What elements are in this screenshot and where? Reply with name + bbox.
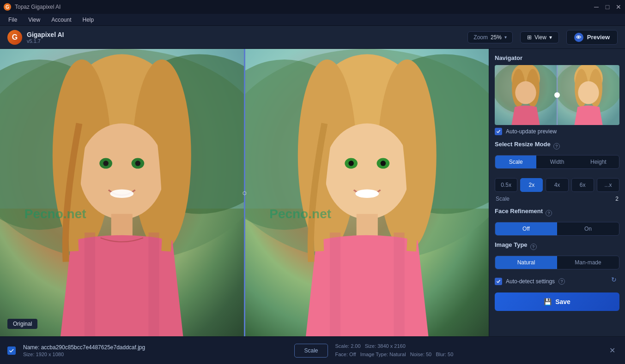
menu-view[interactable]: View (24, 15, 45, 24)
view-label: View (534, 34, 546, 41)
resize-mode-group: Scale Width Height (495, 155, 619, 169)
maximize-button[interactable]: □ (605, 4, 610, 10)
man-made-button[interactable]: Man-made (557, 256, 619, 269)
logo-icon: G (7, 30, 22, 45)
logo-area: G Gigapixel AI v5.1.7 (7, 30, 64, 45)
titlebar: G Topaz Gigapixel AI ─ □ ✕ (0, 0, 625, 14)
image-type-group: Natural Man-made (495, 256, 619, 269)
nav-divider[interactable] (557, 65, 558, 125)
auto-detect-row: Auto-detect settings ? ↻ (495, 275, 619, 285)
navigator-title: Navigator (495, 54, 619, 61)
face-refinement-section: Face Refinement ? Off On (495, 208, 619, 236)
resize-mode-section: Select Resize Mode ? Scale Width Height (495, 141, 619, 169)
svg-point-13 (135, 161, 141, 166)
view-chevron-icon: ▾ (549, 34, 552, 41)
auto-detect-label: Auto-detect settings (506, 278, 555, 285)
zoom-control[interactable]: Zoom 25% ▾ (467, 31, 513, 43)
file-checkbox[interactable] (7, 346, 16, 355)
zoom-label: Zoom (473, 34, 488, 41)
output-scale-size: Scale: 2.00 Size: 3840 x 2160 (335, 342, 599, 351)
face-info-label: Face: Off (335, 352, 356, 357)
auto-detect-checkbox[interactable] (495, 278, 502, 285)
scale-custom-button[interactable]: ...x (597, 178, 619, 192)
save-label: Save (555, 298, 570, 305)
app-name-area: Gigapixel AI v5.1.7 (27, 31, 64, 44)
face-refinement-title: Face Refinement (495, 208, 543, 215)
auto-update-row: Auto-update preview (495, 128, 619, 135)
face-help-icon[interactable]: ? (546, 210, 552, 216)
titlebar-left: G Topaz Gigapixel AI (4, 3, 61, 11)
auto-update-checkbox[interactable] (495, 128, 502, 135)
auto-detect-help-icon[interactable]: ? (558, 278, 565, 285)
save-icon: 💾 (544, 298, 552, 305)
scale-button-status[interactable]: Scale (294, 344, 328, 358)
preview-eye-icon: 👁 (574, 33, 583, 42)
output-params: Face: Off Image Type: Natural Noise: 50 … (335, 351, 599, 359)
close-statusbar-button[interactable]: ✕ (607, 345, 618, 356)
resize-mode-header: Select Resize Mode ? (495, 141, 619, 151)
svg-point-23 (324, 124, 410, 220)
original-panel: Pecno.net Original (0, 49, 244, 336)
titlebar-title: Topaz Gigapixel AI (15, 4, 61, 10)
scale-label: Scale (496, 196, 510, 202)
toolbar: G Gigapixel AI v5.1.7 Zoom 25% ▾ ⊞ View … (0, 26, 625, 49)
svg-point-26 (348, 161, 354, 166)
file-size-text: Size: 1920 x 1080 (23, 352, 287, 357)
face-on-button[interactable]: On (557, 222, 619, 235)
face-off-button[interactable]: Off (495, 222, 557, 235)
scale-value: 2 (615, 196, 619, 202)
refresh-icon[interactable]: ↻ (611, 276, 619, 284)
image-type-header: Image Type ? (495, 241, 619, 252)
svg-point-35 (515, 81, 536, 104)
svg-point-41 (578, 81, 599, 104)
image-divider[interactable] (244, 49, 245, 336)
svg-text:G: G (6, 5, 9, 10)
statusbar: Name: accba290c85bcc7e4487625e7daddcaf.j… (0, 336, 625, 364)
height-mode-button[interactable]: Height (578, 155, 619, 168)
menu-help[interactable]: Help (78, 15, 99, 24)
preview-button[interactable]: 👁 Preview (566, 30, 618, 45)
navigator-section: Navigator (495, 54, 619, 135)
scale-mode-button[interactable]: Scale (495, 155, 536, 168)
scale-4x-button[interactable]: 4x (546, 178, 568, 192)
view-button[interactable]: ⊞ View ▾ (520, 31, 559, 43)
width-mode-button[interactable]: Width (536, 155, 577, 168)
menu-account[interactable]: Account (47, 15, 76, 24)
minimize-button[interactable]: ─ (594, 4, 599, 10)
menu-file[interactable]: File (4, 15, 22, 24)
enhanced-panel: Pecno.net (245, 49, 489, 336)
output-info: Scale: 2.00 Size: 3840 x 2160 Face: Off … (335, 342, 599, 358)
file-info: Name: accba290c85bcc7e4487625e7daddcaf.j… (23, 344, 287, 357)
app-version: v5.1.7 (27, 38, 64, 44)
scale-6x-button[interactable]: 6x (571, 178, 594, 192)
svg-point-28 (355, 190, 379, 198)
scale-options-section: 0.5x 2x 4x 6x ...x Scale 2 (495, 174, 619, 202)
main-content: Pecno.net Original (0, 49, 625, 336)
face-refinement-group: Off On (495, 222, 619, 236)
face-refinement-header: Face Refinement ? (495, 208, 619, 218)
right-panel: Navigator (489, 49, 625, 336)
image-type-title: Image Type (495, 241, 528, 248)
image-type-help-icon[interactable]: ? (530, 244, 537, 250)
scale-0.5x-button[interactable]: 0.5x (495, 178, 517, 192)
enhanced-image: Pecno.net (245, 49, 489, 336)
close-button[interactable]: ✕ (616, 4, 621, 10)
app-name: Gigapixel AI (27, 31, 64, 38)
svg-point-27 (380, 161, 386, 166)
image-type-info-label: Image Type: Natural (360, 352, 406, 357)
file-name: Name: accba290c85bcc7e4487625e7daddcaf.j… (23, 344, 287, 351)
save-button[interactable]: 💾 Save (495, 292, 619, 311)
svg-point-12 (103, 161, 109, 166)
scale-value-row: Scale 2 (495, 196, 619, 202)
image-type-section: Image Type ? Natural Man-made (495, 241, 619, 269)
auto-detect-checkbox-row: Auto-detect settings ? (495, 278, 565, 285)
natural-button[interactable]: Natural (495, 256, 557, 269)
image-area: Pecno.net Original (0, 49, 489, 336)
nav-enhanced-half (558, 65, 619, 125)
output-size-label: Size: 3840 x 2160 (365, 343, 406, 349)
resize-mode-help-icon[interactable]: ? (553, 143, 560, 149)
navigator-preview[interactable] (495, 65, 619, 125)
window-controls: ─ □ ✕ (594, 4, 621, 10)
scale-2x-button[interactable]: 2x (520, 178, 543, 192)
svg-point-9 (79, 124, 164, 220)
